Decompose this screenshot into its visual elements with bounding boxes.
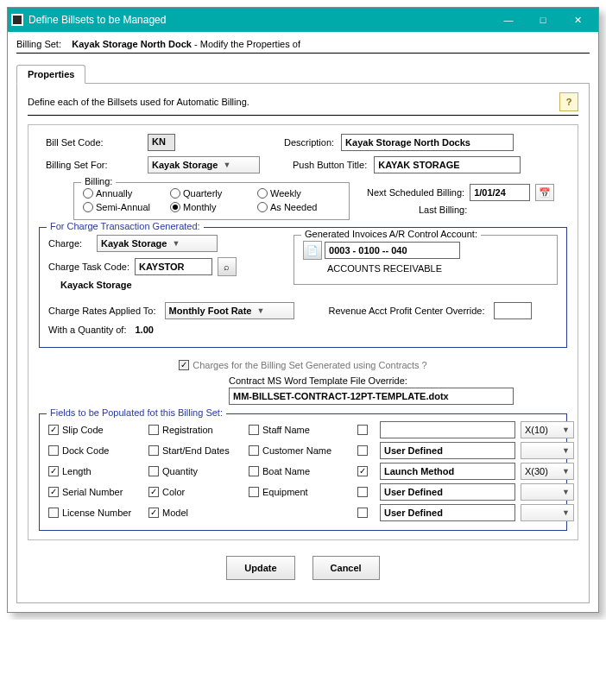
- userdef-0-width[interactable]: X(10)▼: [521, 421, 574, 438]
- gen-acct-legend: Generated Invoices A/R Control Account:: [301, 229, 481, 239]
- description-input[interactable]: [341, 134, 514, 151]
- radio-annually[interactable]: Annually: [83, 188, 165, 199]
- chk-slip-code[interactable]: Slip Code: [48, 425, 143, 435]
- bill-set-code-field: KN: [148, 134, 175, 151]
- help-icon[interactable]: ?: [559, 92, 578, 111]
- push-button-title-label: Push Button Title:: [293, 160, 367, 170]
- radio-monthly[interactable]: Monthly: [170, 202, 252, 212]
- userdef-3-width[interactable]: ▼: [521, 483, 574, 501]
- userdef-3-input[interactable]: [380, 483, 515, 501]
- userdef-1-input[interactable]: [380, 442, 515, 459]
- next-scheduled-label: Next Scheduled Billing:: [367, 187, 464, 198]
- charge-legend: For Charge Transaction Generated:: [47, 221, 204, 231]
- chevron-down-icon: ▼: [562, 467, 570, 476]
- push-button-title-input[interactable]: [374, 156, 521, 173]
- chk-equipment[interactable]: Equipment: [249, 487, 352, 497]
- chevron-down-icon: ▼: [223, 161, 230, 169]
- qty-value: 1.00: [135, 325, 153, 335]
- tab-properties[interactable]: Properties: [16, 65, 85, 84]
- chk-userdef-1[interactable]: [357, 445, 375, 456]
- chk-quantity[interactable]: Quantity: [148, 466, 243, 476]
- qty-label: With a Quantity of:: [48, 325, 126, 335]
- userdef-4-width[interactable]: ▼: [521, 504, 574, 521]
- chevron-down-icon: ▼: [172, 239, 180, 248]
- last-billing-label: Last Billing:: [419, 205, 467, 215]
- chk-registration[interactable]: Registration: [148, 425, 243, 435]
- rev-override-label: Revenue Acct Profit Center Override:: [329, 306, 485, 316]
- title-bar: Define Billsets to be Managed — □ ✕: [8, 8, 598, 32]
- billing-set-for-label: Billing Set For:: [46, 160, 141, 170]
- divider: [28, 115, 578, 116]
- maximize-button[interactable]: □: [526, 8, 560, 32]
- chk-customer-name[interactable]: Customer Name: [249, 445, 352, 456]
- chevron-down-icon: ▼: [562, 488, 570, 496]
- bill-set-code-label: Bill Set Code:: [46, 137, 141, 148]
- chk-dock-code[interactable]: Dock Code: [48, 445, 143, 456]
- charge-select[interactable]: Kayak Storage ▼: [97, 235, 218, 252]
- calendar-icon[interactable]: 📅: [535, 184, 554, 201]
- chk-model[interactable]: Model: [148, 508, 243, 518]
- task-name: Kayack Storage: [60, 280, 132, 290]
- billing-set-for-value: Kayak Storage: [152, 160, 218, 170]
- update-button[interactable]: Update: [226, 556, 294, 580]
- task-code-input[interactable]: [135, 258, 212, 275]
- chk-length[interactable]: Length: [48, 466, 143, 476]
- close-button[interactable]: ✕: [560, 8, 595, 32]
- rates-select[interactable]: Monthly Foot Rate ▼: [165, 302, 294, 319]
- billing-set-label: Billing Set:: [16, 39, 61, 49]
- divider: [16, 53, 590, 54]
- userdef-4-input[interactable]: [380, 504, 515, 521]
- userdef-1-width[interactable]: ▼: [521, 442, 574, 459]
- contracts-checkbox: Charges for the Billing Set Generated us…: [179, 360, 426, 370]
- task-code-label: Charge Task Code:: [48, 262, 129, 272]
- window-title: Define Billsets to be Managed: [28, 14, 491, 26]
- app-icon: [11, 14, 23, 26]
- chk-userdef-2[interactable]: [357, 466, 375, 476]
- cancel-button[interactable]: Cancel: [312, 556, 380, 580]
- intro-text: Define each of the Billsets used for Aut…: [28, 97, 249, 107]
- radio-weekly[interactable]: Weekly: [257, 188, 339, 199]
- rev-override-input[interactable]: [494, 302, 532, 319]
- acct-name: ACCOUNTS RECEIVABLE: [327, 263, 442, 274]
- chk-staff-name[interactable]: Staff Name: [249, 425, 352, 435]
- chk-start-end[interactable]: Start/End Dates: [148, 445, 243, 456]
- charge-label: Charge:: [48, 238, 92, 249]
- billing-set-for-select[interactable]: Kayak Storage ▼: [148, 156, 260, 173]
- rates-label: Charge Rates Applied To:: [48, 306, 156, 316]
- chk-color[interactable]: Color: [148, 487, 243, 497]
- userdef-2-width[interactable]: X(30)▼: [521, 463, 574, 480]
- chk-license-number[interactable]: License Number: [48, 508, 143, 518]
- userdef-2-input[interactable]: [380, 463, 515, 480]
- radio-quarterly[interactable]: Quarterly: [170, 188, 252, 199]
- rates-value: Monthly Foot Rate: [169, 306, 252, 316]
- chk-userdef-3[interactable]: [357, 487, 375, 497]
- template-input[interactable]: [229, 388, 514, 405]
- radio-asneeded[interactable]: As Needed: [257, 202, 339, 212]
- billing-set-name: Kayak Storage North Dock: [72, 39, 192, 49]
- acct-code-input[interactable]: [325, 242, 460, 259]
- charge-value: Kayak Storage: [101, 238, 167, 249]
- fields-legend: Fields to be Populated fot this Billing …: [47, 407, 226, 418]
- minimize-button[interactable]: —: [491, 8, 526, 32]
- chevron-down-icon: ▼: [562, 508, 570, 517]
- chk-userdef-0[interactable]: [357, 425, 375, 435]
- template-label: Contract MS Word Template File Override:: [229, 375, 567, 386]
- chevron-down-icon: ▼: [562, 446, 570, 455]
- billing-set-suffix: - Modify the Properties of: [194, 39, 300, 49]
- description-label: Description:: [284, 137, 334, 148]
- chevron-down-icon: ▼: [562, 426, 570, 434]
- lookup-icon[interactable]: ⌕: [218, 257, 237, 276]
- document-icon[interactable]: 📄: [303, 241, 322, 260]
- radio-semiannual[interactable]: Semi-Annual: [83, 202, 165, 212]
- chk-boat-name[interactable]: Boat Name: [249, 466, 352, 476]
- chk-userdef-4[interactable]: [357, 508, 375, 518]
- chevron-down-icon: ▼: [256, 306, 264, 315]
- next-scheduled-input[interactable]: [470, 184, 530, 201]
- userdef-0-input[interactable]: [380, 421, 515, 438]
- billing-legend: Billing:: [81, 176, 116, 186]
- chk-serial-number[interactable]: Serial Number: [48, 487, 143, 497]
